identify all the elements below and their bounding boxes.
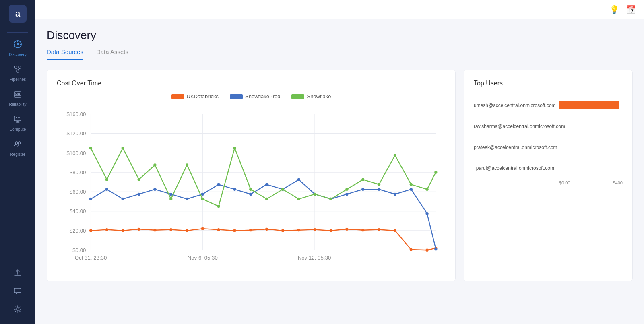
svg-point-106 <box>297 198 300 200</box>
svg-rect-22 <box>14 288 21 293</box>
calendar-icon[interactable]: 📅 <box>626 5 636 14</box>
svg-point-75 <box>169 193 172 196</box>
svg-rect-18 <box>16 117 17 118</box>
svg-text:$80.00: $80.00 <box>70 169 86 175</box>
user-email-1: umesh@accelcentral.onmicrosoft.com <box>474 103 554 108</box>
svg-line-9 <box>16 68 18 70</box>
svg-point-13 <box>18 93 20 95</box>
svg-point-47 <box>89 229 92 232</box>
svg-point-114 <box>425 188 428 191</box>
svg-point-105 <box>281 188 284 191</box>
sidebar-item-register[interactable]: Register <box>0 136 35 161</box>
discovery-icon <box>13 40 22 51</box>
svg-text:$60.00: $60.00 <box>70 189 86 195</box>
svg-rect-19 <box>18 117 20 118</box>
user-bar-wrapper-2 <box>559 122 623 130</box>
svg-text:$120.00: $120.00 <box>67 130 86 136</box>
content-area: Discovery Data Sources Data Assets Cost … <box>35 19 644 324</box>
sidebar-discovery-label: Discovery <box>9 52 27 57</box>
svg-point-23 <box>17 308 19 310</box>
svg-point-49 <box>122 229 124 232</box>
svg-text:Nov 12, 05:30: Nov 12, 05:30 <box>298 255 331 261</box>
top-users-card: Top Users umesh@accelcentral.onmicrosoft… <box>464 70 633 281</box>
svg-point-21 <box>18 142 21 144</box>
cost-over-time-card: Cost Over Time UKDatabricks SnowflakePro… <box>47 70 456 281</box>
register-icon <box>13 140 22 151</box>
cost-chart-svg-wrapper: $0.00 $20.00 $40.00 $60.00 $80.00 $100.0… <box>57 104 446 271</box>
upload-icon <box>14 269 22 279</box>
x-label-400: $400 <box>613 180 623 185</box>
svg-point-48 <box>105 228 108 231</box>
tab-data-sources[interactable]: Data Sources <box>47 48 83 60</box>
chat-icon <box>14 287 22 297</box>
user-bar-wrapper-3 <box>559 143 623 151</box>
svg-point-89 <box>394 193 396 196</box>
compute-icon <box>13 115 22 126</box>
svg-rect-15 <box>14 116 21 121</box>
sidebar-compute-label: Compute <box>10 127 26 132</box>
main-content: 💡 📅 Discovery Data Sources Data Assets C… <box>35 0 644 324</box>
svg-point-111 <box>378 183 380 186</box>
user-email-4: parul@accelcentral.onmicrosoft.com <box>474 165 554 171</box>
svg-point-66 <box>394 229 396 232</box>
svg-point-102 <box>233 147 236 149</box>
svg-text:Nov 6, 05:30: Nov 6, 05:30 <box>188 255 218 261</box>
svg-point-109 <box>345 188 348 191</box>
sidebar-register-label: Register <box>10 152 25 157</box>
legend-snowflakeprod: SnowflakeProd <box>230 93 280 99</box>
svg-point-50 <box>137 228 140 231</box>
sidebar-pipelines-label: Pipelines <box>10 77 26 82</box>
svg-point-115 <box>434 171 437 173</box>
bar-axis-line-3 <box>559 143 559 151</box>
svg-text:Oct 31, 23:30: Oct 31, 23:30 <box>75 255 107 261</box>
svg-point-63 <box>345 228 348 231</box>
svg-point-86 <box>345 193 348 196</box>
svg-point-90 <box>410 188 413 191</box>
svg-point-20 <box>15 142 18 144</box>
svg-point-88 <box>378 188 380 191</box>
svg-line-10 <box>18 68 20 70</box>
top-users-title: Top Users <box>474 80 623 87</box>
svg-point-113 <box>410 183 413 186</box>
page-title: Discovery <box>47 29 633 42</box>
svg-point-60 <box>297 229 300 231</box>
svg-text:$40.00: $40.00 <box>70 208 86 214</box>
svg-point-108 <box>329 198 332 200</box>
bar-axis-line-2 <box>559 122 559 130</box>
svg-point-112 <box>394 154 396 157</box>
sidebar-item-upload[interactable] <box>14 265 22 283</box>
svg-point-59 <box>281 229 284 232</box>
svg-point-68 <box>425 249 428 252</box>
chart-legend: UKDatabricks SnowflakeProd Snowflake <box>57 93 446 99</box>
bulb-icon[interactable]: 💡 <box>609 5 619 14</box>
svg-point-81 <box>265 183 268 186</box>
svg-point-57 <box>249 229 252 231</box>
svg-point-64 <box>361 229 364 231</box>
sidebar-item-chat[interactable] <box>14 283 22 301</box>
svg-point-87 <box>361 188 364 191</box>
user-email-2: ravisharma@accelcentral.onmicrosoft.com <box>474 124 554 129</box>
svg-text:$0.00: $0.00 <box>72 247 86 253</box>
svg-point-1 <box>17 43 19 45</box>
settings-icon <box>14 305 22 315</box>
legend-snowflake: Snowflake <box>291 93 331 99</box>
ukdatabricks-swatch <box>171 94 184 99</box>
sidebar-item-pipelines[interactable]: Pipelines <box>0 61 35 86</box>
svg-point-72 <box>122 198 124 200</box>
svg-text:$160.00: $160.00 <box>67 111 86 117</box>
snowflakeprod-label: SnowflakeProd <box>245 93 280 99</box>
snowflake-swatch <box>291 94 304 99</box>
sidebar-item-discovery[interactable]: Discovery <box>0 36 35 61</box>
sidebar-item-settings[interactable] <box>14 301 22 319</box>
svg-point-110 <box>361 178 364 181</box>
tab-data-assets[interactable]: Data Assets <box>96 48 128 60</box>
user-bar-1 <box>559 101 619 109</box>
app-logo[interactable]: a <box>9 5 27 23</box>
svg-point-74 <box>153 188 156 191</box>
sidebar-item-reliability[interactable]: Reliability <box>0 86 35 111</box>
svg-point-92 <box>434 248 437 250</box>
snowflake-label: Snowflake <box>307 93 331 99</box>
user-row-2: ravisharma@accelcentral.onmicrosoft.com <box>474 122 623 130</box>
svg-point-77 <box>201 193 204 196</box>
sidebar-item-compute[interactable]: Compute <box>0 111 35 136</box>
